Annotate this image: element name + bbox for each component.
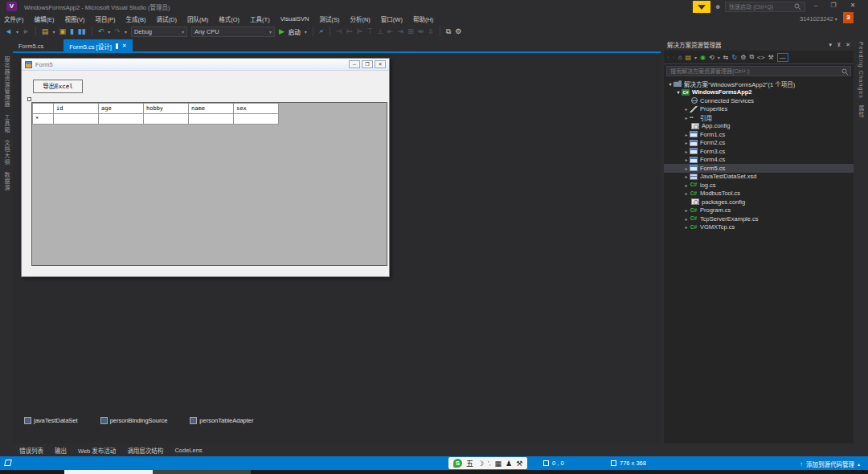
tree-item-packages[interactable]: packages.config <box>664 198 854 206</box>
ime-settings-icon[interactable]: ⚒ <box>516 460 522 468</box>
align-lefts-icon[interactable]: ⊣ <box>336 26 342 37</box>
tree-item-project[interactable]: ▾C#WindowsFormsApp2 <box>664 88 854 97</box>
close-panel-icon[interactable]: ✕ <box>845 42 850 48</box>
tab-output[interactable]: 输出 <box>55 446 67 455</box>
tray-item-tableadapter[interactable]: personTableAdapter <box>190 417 253 424</box>
new-item-icon[interactable]: ▤ <box>42 26 49 37</box>
sidebar-tab-properties[interactable]: 属性 <box>857 102 865 121</box>
grid-cell[interactable] <box>144 114 189 125</box>
grid-column-header[interactable]: hobby <box>144 104 189 114</box>
moon-icon[interactable]: ☽ <box>477 460 484 468</box>
grid-cell[interactable] <box>234 114 279 125</box>
close-tab-icon[interactable]: ✕ <box>122 43 127 49</box>
sidebar-tab-toolbox[interactable]: 工具箱 <box>2 111 10 137</box>
menu-help[interactable]: 帮助(H) <box>413 14 433 23</box>
tree-item-xsd[interactable]: ▸JavaTestDataSet.xsd <box>664 173 854 182</box>
sidebar-tab-document-outline[interactable]: 文档大纲 <box>2 137 10 169</box>
tree-item-form3[interactable]: ▸Form3.cs <box>664 147 854 156</box>
open-file-icon[interactable]: ▣ <box>59 26 66 37</box>
sync-icon[interactable]: ⟲ <box>709 54 714 61</box>
horizontal-spacing-icon[interactable]: ⇹ <box>418 26 424 37</box>
tab-form5-code[interactable]: Form5.cs <box>13 39 49 52</box>
redo-dropdown[interactable]: ▾ <box>125 29 127 35</box>
make-same-height-icon[interactable]: ⇥ <box>398 26 404 37</box>
solution-configuration-combo[interactable]: Debug▾ <box>131 27 187 37</box>
solution-search-input[interactable] <box>666 66 851 76</box>
menu-build[interactable]: 生成(B) <box>126 14 146 23</box>
tree-item-form2[interactable]: ▸Form2.cs <box>664 139 854 148</box>
redo-icon[interactable]: ↷ <box>114 26 121 37</box>
grid-cell[interactable] <box>189 114 234 125</box>
tree-item-vgmxtcp[interactable]: ▸C#VGMXTcp.cs <box>664 223 854 232</box>
align-rights-icon[interactable]: ⊫ <box>357 26 363 37</box>
tree-item-properties[interactable]: ▸Properties <box>664 105 854 114</box>
user-profile-icon[interactable]: ☻ <box>714 3 721 10</box>
start-debug-icon[interactable]: ▶ <box>279 26 285 37</box>
designed-form-window[interactable]: Form5 ─ ❐ ✕ 导出Excel id age hobby name <box>21 58 390 277</box>
tree-item-connected-services[interactable]: Connected Services <box>664 96 854 105</box>
view-code-icon[interactable]: <> <box>757 54 764 61</box>
vertical-spacing-icon[interactable]: ⇳ <box>428 26 434 37</box>
add-to-source-control[interactable]: ↑添加到源代码管理▴ <box>800 460 860 468</box>
tree-item-modbustool[interactable]: ▸C#ModbusTool.cs <box>664 190 854 198</box>
menu-test[interactable]: 测试(S) <box>319 14 339 23</box>
tab-error-list[interactable]: 错误列表 <box>19 446 43 455</box>
menu-project[interactable]: 项目(P) <box>96 14 116 23</box>
tree-item-references[interactable]: ▸▪▪引用 <box>664 113 854 122</box>
menu-format[interactable]: 格式(O) <box>219 14 240 23</box>
new-item-dropdown[interactable]: ▾ <box>52 29 55 35</box>
grid-selection-handle[interactable] <box>27 97 31 101</box>
switch-views-icon[interactable]: ▤ <box>686 54 692 61</box>
tree-item-appconfig[interactable]: App.config <box>664 122 854 131</box>
properties-icon[interactable]: ⚙ <box>740 54 746 61</box>
tab-call-hierarchy[interactable]: 调用层次结构 <box>127 446 163 455</box>
restore-button[interactable]: ❐ <box>828 2 839 9</box>
menu-tools[interactable]: 工具(T) <box>250 14 270 23</box>
make-same-width-icon[interactable]: ⇤ <box>387 26 394 37</box>
datagridview-control[interactable]: id age hobby name sex * <box>31 102 387 266</box>
tree-item-form1[interactable]: ▸Form1.cs <box>664 130 854 139</box>
collapse-all-icon[interactable]: ⇆ <box>723 54 729 61</box>
menu-edit[interactable]: 编辑(E) <box>35 14 55 23</box>
link-icon[interactable]: ⧉ <box>446 26 451 37</box>
start-dropdown[interactable]: ▾ <box>305 29 307 35</box>
grid-column-header[interactable]: age <box>99 104 144 114</box>
minimize-button[interactable]: – <box>810 2 821 9</box>
sidebar-tab-data-sources[interactable]: 数据源 <box>2 169 10 194</box>
tray-item-bindingsource[interactable]: personBindingSource <box>100 417 168 424</box>
start-debug-label[interactable]: 启动 <box>289 27 301 36</box>
make-same-size-icon[interactable]: ⊞ <box>407 26 414 37</box>
back-icon[interactable]: ◦ <box>667 54 669 61</box>
tab-web-publish[interactable]: Web 发布活动 <box>78 446 116 455</box>
collapse-toggle-icon[interactable]: — <box>777 53 788 62</box>
menu-debug[interactable]: 调试(D) <box>157 14 177 23</box>
grid-column-header[interactable]: name <box>189 104 234 114</box>
refresh-icon[interactable]: ↻ <box>732 54 738 61</box>
pin-icon[interactable]: ⊻ <box>837 42 841 48</box>
align-centers-icon[interactable]: ⊨ <box>346 26 353 37</box>
grid-column-header[interactable]: id <box>54 104 99 114</box>
tree-item-tcpserver[interactable]: ▸C#TcpServerExample.cs <box>664 215 854 223</box>
sidebar-tab-pending-changes[interactable]: Pending Changes <box>858 39 864 102</box>
menu-analyze[interactable]: 分析(N) <box>350 14 370 23</box>
align-middles-icon[interactable]: ⊥ <box>377 26 383 37</box>
tree-item-form5[interactable]: ▸Form5.cs <box>664 164 854 173</box>
tree-item-log[interactable]: ▸C#log.cs <box>664 181 854 190</box>
menu-visualsvn[interactable]: VisualSVN <box>280 15 309 22</box>
fullwidth-icon[interactable]: ▦ <box>495 460 502 468</box>
navigate-forward-icon[interactable]: ► <box>23 26 30 37</box>
feedback-flag-button[interactable] <box>693 1 710 13</box>
forward-icon[interactable]: ◦ <box>673 54 675 61</box>
navigate-back-icon[interactable]: ◄ <box>5 26 12 37</box>
person-icon[interactable]: ♟ <box>506 460 512 468</box>
menu-file[interactable]: 文件(F) <box>4 14 24 23</box>
save-icon[interactable]: ▮ <box>70 26 74 37</box>
menu-window[interactable]: 窗口(W) <box>381 14 403 23</box>
menu-view[interactable]: 视图(V) <box>65 14 85 23</box>
tree-item-solution[interactable]: ▾解决方案"WindowsFormsApp2"(1 个项目) <box>664 80 854 88</box>
attach-process-icon[interactable]: 🗲 <box>319 26 324 37</box>
grid-cell[interactable] <box>99 114 144 125</box>
tab-form5-designer[interactable]: Form5.cs [设计] ✕ <box>63 39 132 52</box>
grid-row-header[interactable]: * <box>33 114 54 125</box>
undo-dropdown[interactable]: ▾ <box>108 29 110 35</box>
